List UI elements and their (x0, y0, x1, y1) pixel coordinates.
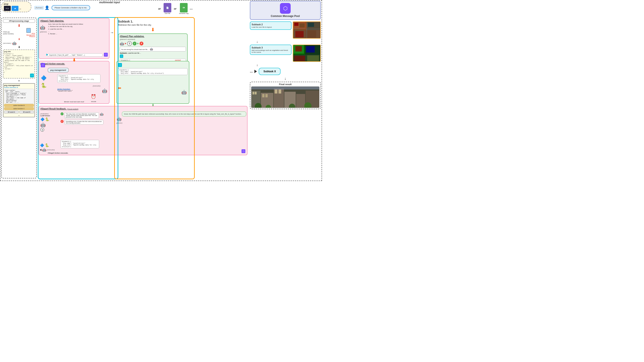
svg-rect-7 (296, 31, 304, 37)
python-eval-icon: 🐍 (45, 117, 49, 121)
stage1-content: Sure, here are the steps we would need t… (48, 23, 108, 35)
stage3-pcg-bubble: pcg management (48, 68, 69, 72)
arrow-down-1: ⬇ (3, 23, 35, 28)
stage2-title: #Stage2 Plan validating. (120, 35, 186, 37)
stage4-planner-area: Great, the OSM file path has been retrie… (116, 106, 248, 155)
subtask-x-box: Subtask X (259, 68, 280, 75)
executor-robot-icon: 🤖 (102, 88, 107, 93)
stage2-robot1: 🤖 (120, 42, 124, 46)
arrow-subtask2-3: ↓ (250, 40, 321, 44)
subtask3-desc: Add surroundings such as vegetation and … (252, 49, 290, 53)
svg-rect-17 (294, 56, 305, 61)
action-fn-a-label: action function A (4, 86, 34, 88)
svg-rect-25 (265, 94, 268, 97)
annotator-robot-icon: 🤖 (12, 41, 16, 45)
code-block: class scatter: def __init__(self): self.… (4, 89, 34, 104)
stage4-executor: 🔷 🐍 🤖 (executor) (40, 143, 55, 152)
share-icon-info: ⬡ (30, 73, 34, 77)
sat-image-1 (293, 21, 321, 39)
wrong-bubble: You are wrong!You should load osm file..… (120, 47, 186, 51)
svg-rect-5 (308, 23, 314, 27)
asset-row: 3D asset A 3D asset B (4, 111, 34, 113)
blender-result-label: Blender result and code result (40, 101, 108, 102)
preprocess-title: #Preprocessing stage (3, 19, 35, 23)
stage3r-args: Arguments:{ "pcg_name": "assetretrievl" … (118, 68, 188, 75)
action-fn-c-btn[interactable]: action function C (4, 107, 34, 110)
stage3-args: Arguments:{ "pcg_name": "assetretrievl" … (57, 74, 100, 83)
pcg-mgmt-label3: Protocol (26, 36, 35, 37)
stage4-args: Arguments:{ "pcg_name": "assetretrievl" … (60, 140, 99, 148)
subtask2-title: Subtask 2 (252, 23, 290, 26)
subtask3-row: Subtask 3 Add surroundings such as veget… (250, 45, 321, 62)
pcg-cloud: pcg: PCG 🏙 ... (1, 1, 31, 12)
svg-rect-30 (296, 94, 305, 108)
svg-rect-22 (255, 92, 256, 95)
planner-label: (planner) (40, 31, 47, 33)
arrow-right-red (125, 43, 126, 44)
check-icon-s4: ✓ (60, 112, 64, 115)
msg-ok: This step does not have Blender visualiz… (64, 112, 99, 119)
osm-label: Osm file (164, 13, 171, 14)
dots-bottom: ... (4, 114, 34, 116)
svg-rect-2 (294, 23, 298, 26)
executor-label-stage3: (executor) (93, 85, 100, 87)
python-icon: 🐍 (41, 83, 46, 88)
annotator-section: (annotator) 🤖 (3, 41, 35, 45)
pcg-icon-1: PCG (4, 6, 11, 11)
sat-img-1-visual (293, 22, 320, 38)
svg-rect-13 (296, 46, 302, 51)
pcg-info-content: {"scatter":{ "class": "Scene Layout", "d… (4, 53, 34, 73)
pcg-info-title: pcg info (4, 51, 34, 52)
stage3-right-box: ⬡ Arguments:{ "pcg_name": "assetretrievl… (116, 61, 189, 104)
stage3r-robot-icon: 🤖 (182, 90, 187, 95)
pcg-info-box: pcg info {"scatter":{ "class": "Scene La… (3, 49, 35, 78)
cross-icon: ✗ (140, 42, 144, 45)
stage1-arrow-right (46, 54, 48, 56)
svg-rect-8 (306, 30, 316, 38)
right-panel: ⬡ Common Message Pool Subtask 2 Load the… (250, 1, 321, 178)
pcg-mgmt-box: pcg management action function A class s… (3, 83, 35, 117)
stage3-title: #Stage3 Action execute. (40, 63, 108, 65)
main-diagram: multimodal input pcg: PCG 🏙 ... (human) … (0, 0, 322, 181)
cmp-share-icon: ⬡ (252, 3, 318, 14)
stage3-box: #Stage3 Action execute. pcg management ⬡… (39, 61, 110, 104)
svg-rect-15 (306, 46, 315, 52)
arrow-down-3: ⬇ (3, 46, 35, 49)
cmp-box: ⬡ Common Message Pool (250, 1, 321, 20)
stage3-share-icon: ⬡ (41, 63, 45, 67)
excute-label: excute (91, 101, 96, 102)
svg-rect-21 (252, 92, 254, 95)
human-section: (human) 👤 : Please Generate a Modern cit… (34, 5, 90, 10)
stage4-planner-label: (planner) (116, 122, 122, 124)
plus-sign: + (3, 79, 35, 82)
stage4-planner-robot: 🤖 (117, 117, 122, 121)
multimodal-label: multimodal input (99, 1, 120, 4)
svg-rect-36 (251, 87, 319, 89)
stage3r-share-icon: ⬡ (118, 63, 122, 67)
executor-label-s4: (executor) (47, 149, 55, 151)
arrow-to-final: ↓ (250, 76, 321, 81)
stage3-repeat-label: #Stage3 Action excucate. (48, 152, 68, 154)
svg-rect-3 (300, 23, 304, 27)
arrow-right-subtask-x (254, 70, 257, 73)
arrow-subtask3-x: ↓ (250, 63, 321, 67)
blender-eval-icon: 🔷 (40, 117, 45, 121)
svg-rect-24 (262, 94, 265, 97)
subtask2-box: Subtask 2 Load the osm file to layout. (250, 21, 292, 30)
svg-rect-27 (274, 89, 277, 93)
final-image (251, 86, 320, 108)
semantic-label: Semantic map (179, 13, 189, 14)
evaluator-section: (evaluator) LLM+Vision 🔷 🐍 🤖 ? (40, 113, 60, 132)
svg-rect-28 (278, 89, 281, 93)
asset-a-btn[interactable]: 3D asset A (4, 111, 19, 113)
executor-robot-s4: 🤖 (42, 148, 46, 152)
action-fn-b-btn[interactable]: action function B (4, 104, 34, 107)
dots-row: ... (250, 69, 253, 73)
eval-icons: 🔷 🐍 (40, 117, 60, 121)
stage1-args: Arguments: {"input_file_path": ....,"sty… (48, 53, 102, 57)
cross-icon-s4: ✗ (60, 120, 64, 123)
subtask1-title: Subtask 1. (118, 20, 188, 23)
subtask2-desc: Load the osm file to layout. (252, 26, 290, 28)
clock-icon: ⏰ (91, 94, 96, 99)
asset-b-btn[interactable]: 3D asset B (19, 111, 34, 113)
